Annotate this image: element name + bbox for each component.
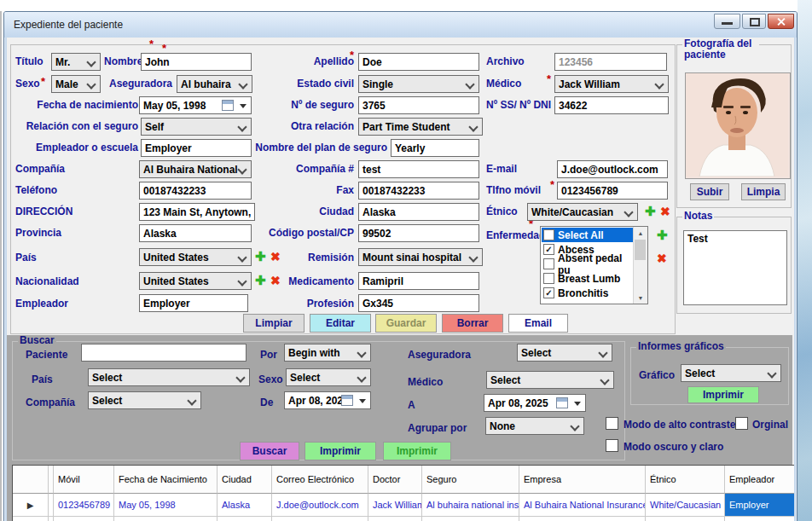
grid-cell[interactable]: White/Caucasian [646,494,725,517]
otra-relacion-select[interactable]: Part Time Student [358,118,483,136]
telefono-input[interactable]: 00187432233 [139,182,252,200]
movil-input[interactable]: 0123456789 [557,182,668,200]
grid-header-cell[interactable]: Móvil [54,466,114,494]
scrollbar-thumb[interactable] [635,240,646,260]
add-disease-icon[interactable]: ✚ [657,229,668,241]
grid-cell[interactable]: Al Buhaira National Insurance [519,494,646,517]
checkbox-icon[interactable] [543,273,554,284]
list-item[interactable]: Select All [542,228,633,242]
empleador-escuela-input[interactable]: Employer [141,139,252,157]
grafico-select[interactable]: Select [681,364,781,382]
grid-cell[interactable]: Alaska [218,494,272,517]
list-scrollbar[interactable]: ▲ ▼ [633,227,647,304]
limpiar-button[interactable]: Limpiar [243,314,304,333]
search-sexo-select[interactable]: Select [286,368,371,386]
search-por-select[interactable]: Begin with [284,344,371,362]
sexo-select[interactable]: Male [51,75,101,93]
search-pais-select[interactable]: Select [88,368,250,386]
subir-button[interactable]: Subir [690,183,729,200]
checkbox-checked-icon[interactable]: ✓ [543,244,554,255]
modo-oscuro-checkbox[interactable] [606,439,618,452]
buscar-button[interactable]: Buscar [240,442,299,460]
list-item[interactable]: ✓Bronchitis [542,286,633,300]
grid-cell[interactable]: May 05, 1998 [114,494,218,517]
etnico-select[interactable]: White/Caucasian [527,203,638,221]
grid-data-row[interactable]: ▶ 0123456789 May 05, 1998 Alaska J.doe@o… [13,494,794,517]
checkbox-icon[interactable] [543,258,554,269]
codigo-postal-input[interactable]: 99502 [358,224,479,242]
imprimir-button-2[interactable]: Imprimir [383,442,451,460]
fax-input[interactable]: 00187432233 [358,182,479,200]
title-bar[interactable]: Expediente del paciente [4,12,797,38]
enfermedad-checked-list[interactable]: Select All ✓Abcess Absent pedal pu Breas… [540,226,648,304]
compania-select[interactable]: Al Buhaira National [139,160,252,178]
delete-country-icon[interactable]: ✖ [270,251,281,263]
grid-cell-selected[interactable]: Employer [725,494,794,517]
borrar-button[interactable]: Borrar [442,314,503,333]
add-ethnicity-icon[interactable]: ✚ [645,205,656,217]
email-button[interactable]: Email [508,314,568,333]
nombre-input[interactable]: John [141,53,252,71]
empleador-input[interactable]: Employer [139,294,248,312]
delete-ethnicity-icon[interactable]: ✖ [660,206,670,217]
grid-cell[interactable]: Jack William [368,494,422,517]
nacionalidad-select[interactable]: United States [139,272,252,290]
plan-seguro-input[interactable]: Yearly [391,139,479,157]
search-a-datepicker[interactable]: Apr 08, 2025 [484,394,586,412]
checkbox-icon[interactable] [543,229,554,240]
close-button[interactable] [768,14,794,29]
grid-cell[interactable]: J.doe@outlock.com [272,494,368,517]
limpia-button[interactable]: Limpia [741,183,786,200]
apellido-input[interactable]: Doe [358,53,479,71]
add-country-icon[interactable]: ✚ [255,250,266,263]
compania-num-input[interactable]: test [358,160,479,178]
grid-header-cell[interactable]: Seguro [422,466,519,494]
search-medico-select[interactable]: Select [486,371,614,389]
email-input[interactable]: J.doe@outlock.com [557,160,668,178]
scroll-down-icon[interactable]: ▼ [634,292,647,304]
search-de-datepicker[interactable]: Apr 08, 2025 [284,391,371,409]
provincia-input[interactable]: Alaska [139,224,252,242]
delete-nationality-icon[interactable]: ✖ [270,275,281,287]
grid-header-cell[interactable]: Fecha de Nacimiento [114,466,218,494]
remision-select[interactable]: Mount sinai hospital [358,248,483,266]
grid-header-cell[interactable]: Doctor [368,466,422,494]
maximize-button[interactable] [742,14,766,29]
add-nationality-icon[interactable]: ✚ [255,274,266,287]
profesion-input[interactable]: Gx345 [358,294,479,312]
minimize-button[interactable] [714,14,740,29]
checkbox-checked-icon[interactable]: ✓ [543,287,554,298]
orginal-checkbox[interactable] [735,417,748,430]
fecha-nacimiento-datepicker[interactable]: May 05, 1998 [139,96,252,114]
grid-header-cell[interactable]: Empleador [725,466,794,494]
imprimir-button-1[interactable]: Imprimir [304,442,376,460]
ciudad-input[interactable]: Alaska [358,203,479,221]
delete-disease-icon[interactable]: ✖ [657,252,667,264]
titulo-select[interactable]: Mr. [51,53,101,71]
medico-select[interactable]: Jack William [554,75,669,93]
list-item[interactable]: Breast Lumb [542,271,633,286]
informes-imprimir-button[interactable]: Imprimir [687,386,759,403]
scroll-up-icon[interactable]: ▲ [634,227,647,239]
grid-corner-cell[interactable] [13,466,49,494]
grid-header-cell[interactable]: Ciudad [218,466,272,494]
alto-contraste-checkbox[interactable] [606,417,618,430]
estado-civil-select[interactable]: Single [358,75,479,93]
agrupar-por-select[interactable]: None [485,417,584,435]
relacion-seguro-select[interactable]: Self [141,118,252,136]
grid-header-cell[interactable]: Étnico [646,466,725,494]
grid-header-cell[interactable]: Correo Electrónico [272,466,368,494]
num-seguro-input[interactable]: 3765 [358,96,479,114]
search-paciente-input[interactable] [81,344,246,362]
search-aseguradora-select[interactable]: Select [517,344,612,362]
direccion-input[interactable]: 123 Main St, Anytown, [139,203,255,221]
grid-cell[interactable]: 0123456789 [54,494,114,517]
grid-cell[interactable]: Al buhaira national ins. [422,494,519,517]
pais-select[interactable]: United States [139,248,252,266]
guardar-button[interactable]: Guardar [375,314,437,333]
medicamento-input[interactable]: Ramipril [358,272,479,290]
list-item[interactable]: Absent pedal pu [542,257,633,271]
aseguradora-select[interactable]: Al buhaira [177,75,252,93]
row-selector-icon[interactable]: ▶ [13,494,49,517]
search-compania-select[interactable]: Select [88,391,201,409]
